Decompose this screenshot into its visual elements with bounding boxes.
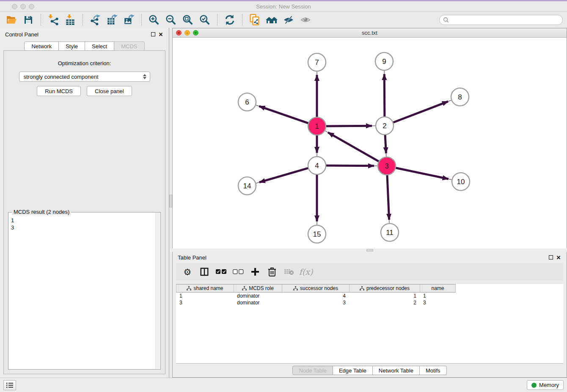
zoom-window-icon[interactable] [29,4,34,9]
open-folder-icon[interactable] [4,14,19,26]
window-controls [12,4,34,9]
search-input[interactable] [451,17,559,23]
mcds-result-title: MCDS result (2 nodes) [12,209,71,215]
delete-table-icon[interactable] [283,265,295,278]
node-table: shared name MCDS role successor nodes [176,284,563,364]
tab-motifs[interactable]: Motifs [420,366,447,375]
network-graph[interactable]: 1234678910111415 [173,38,567,248]
graph-edge-4-3[interactable] [325,166,374,166]
graph-edge-1-6[interactable] [259,106,309,124]
close-view-icon[interactable]: ✕ [176,30,182,36]
close-window-icon[interactable] [12,4,17,9]
graph-node-label: 6 [245,98,249,106]
close-panel-icon[interactable]: ✕ [157,31,165,38]
split-handle[interactable] [169,195,172,207]
zoom-selected-icon[interactable] [198,14,212,26]
task-history-button[interactable] [3,380,16,390]
graph-edge-3-1[interactable] [328,133,380,162]
graph-edge-2-8[interactable] [392,102,448,123]
float-panel-icon[interactable] [547,254,555,261]
zoom-out-icon[interactable] [164,14,178,26]
result-scrollbar[interactable] [155,213,160,369]
home-view-icon[interactable] [264,14,279,26]
toolbar-separator [41,14,41,26]
graph-edge-2-3[interactable] [385,134,386,153]
search-box[interactable] [439,15,563,25]
deselect-all-rows-icon[interactable] [232,265,245,278]
graph-node-label: 7 [315,58,319,66]
zoom-fit-icon[interactable] [181,14,195,26]
table-toolbar: ⚙ [176,263,563,281]
split-handle[interactable] [366,249,373,251]
criterion-select[interactable]: strongly connected component [19,72,150,82]
vertical-split-divider[interactable] [169,28,172,378]
close-panel-icon[interactable]: ✕ [555,254,562,261]
float-panel-icon[interactable] [149,31,157,38]
control-panel: Control Panel ✕ Network Style Select MCD… [0,28,169,378]
graph-node-label: 1 [315,122,319,130]
tab-mcds[interactable]: MCDS [114,41,144,51]
import-table-icon[interactable] [63,14,77,26]
export-table-icon[interactable] [105,14,119,26]
tab-edge-table[interactable]: Edge Table [333,366,373,375]
column-header-shared-name[interactable]: shared name [176,284,234,292]
column-attribute-icon [360,286,364,291]
tab-node-table[interactable]: Node Table [292,366,333,375]
table-panel: Table Panel ✕ ⚙ [172,252,567,378]
main-toolbar [0,12,567,28]
column-header-successor-nodes[interactable]: successor nodes [282,284,350,292]
mcds-result-list[interactable]: 1 3 [8,213,160,233]
list-icon [6,382,13,388]
hide-selected-icon[interactable] [281,14,296,26]
close-panel-button[interactable]: Close panel [87,86,132,96]
memory-label: Memory [539,382,559,388]
column-header-name[interactable]: name [420,284,456,292]
select-all-rows-icon[interactable] [215,265,228,278]
control-panel-title: Control Panel [5,31,149,38]
show-all-icon[interactable] [298,14,313,26]
column-header-predecessor-nodes[interactable]: predecessor nodes [350,284,420,292]
graph-edge-1-2[interactable] [325,126,372,126]
network-view-window: ✕ − + scc.txt 1234678910111415 [172,28,567,248]
table-row[interactable]: 3 dominator 3 2 3 [176,299,563,306]
import-network-icon[interactable] [46,14,61,26]
network-canvas[interactable]: 1234678910111415 [173,38,567,248]
table-settings-gear-icon[interactable]: ⚙ [181,265,194,278]
maximize-view-icon[interactable]: + [193,30,198,36]
export-image-icon[interactable] [122,14,136,26]
minimize-view-icon[interactable]: − [184,30,190,36]
copy-network-icon[interactable] [248,14,262,26]
graph-node-label: 14 [243,182,251,190]
tab-network[interactable]: Network [24,41,59,51]
toolbar-separator [242,14,242,26]
create-column-icon[interactable] [249,265,261,278]
graph-node-label: 3 [385,162,388,170]
result-line: 1 [11,217,154,224]
save-icon[interactable] [21,14,36,26]
graph-node-label: 2 [383,122,386,130]
graph-edge-3-11[interactable] [387,174,389,220]
tab-style[interactable]: Style [59,41,85,51]
export-network-icon[interactable] [88,14,102,26]
horizontal-split-divider[interactable] [172,248,567,252]
function-builder-icon[interactable]: f(x) [300,265,312,278]
delete-column-icon[interactable] [266,265,278,278]
column-attribute-icon [242,286,247,291]
tab-select[interactable]: Select [85,41,114,51]
network-window-titlebar[interactable]: ✕ − + scc.txt [173,28,567,38]
graph-edge-3-10[interactable] [395,168,449,179]
graph-edge-4-14[interactable] [259,168,309,182]
run-mcds-button[interactable]: Run MCDS [37,86,81,96]
memory-button[interactable]: Memory [527,380,564,390]
refresh-layout-icon[interactable] [223,14,237,26]
minimize-window-icon[interactable] [20,4,26,9]
show-columns-icon[interactable] [198,265,211,278]
column-header-mcds-role[interactable]: MCDS role [234,284,282,292]
tab-network-table[interactable]: Network Table [373,366,420,375]
graph-node-label: 11 [386,229,394,237]
table-row[interactable]: 1 dominator 4 1 1 [176,293,563,299]
result-line: 3 [11,224,154,231]
zoom-in-icon[interactable] [147,14,161,26]
graph-edge-2-9[interactable] [384,74,385,118]
application-window: Session: New Session [0,0,567,392]
